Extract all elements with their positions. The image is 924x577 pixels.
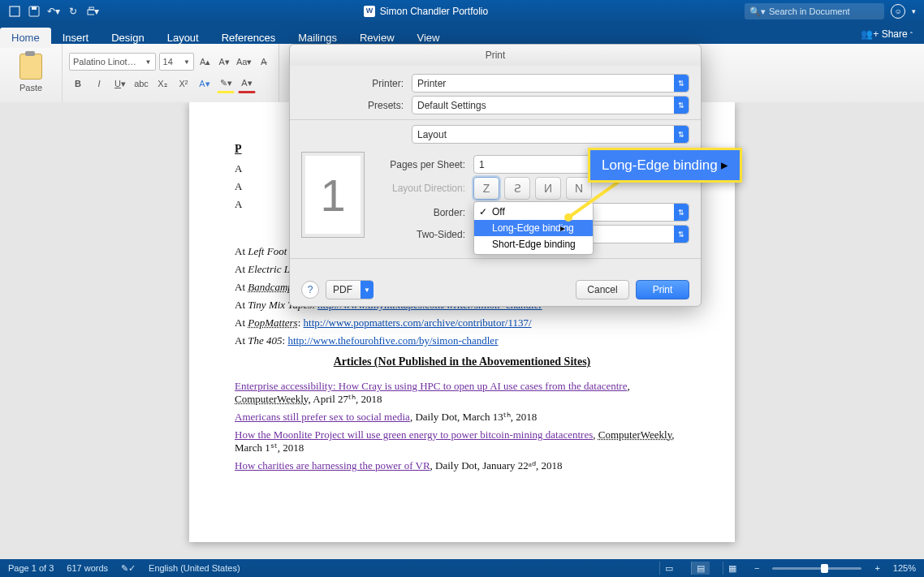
focus-view-icon[interactable]: ▭ bbox=[659, 562, 678, 575]
zoom-in-button[interactable]: + bbox=[874, 563, 879, 573]
strike-button[interactable]: abc bbox=[132, 75, 150, 93]
article-link[interactable]: How charities are harnessing the power o… bbox=[235, 459, 430, 472]
feedback-icon[interactable]: ☺ bbox=[891, 4, 905, 19]
print-layout-icon[interactable]: ▤ bbox=[691, 562, 710, 575]
highlight-icon[interactable]: ✎▾ bbox=[217, 74, 235, 93]
clipboard-group: Paste bbox=[0, 44, 63, 102]
share-button[interactable]: 👥+ Share ˆ bbox=[849, 24, 924, 44]
search-icon: 🔍▾ bbox=[749, 6, 766, 17]
chevron-updown-icon: ⇅ bbox=[674, 126, 689, 143]
clear-format-icon[interactable]: A̶ bbox=[256, 53, 272, 71]
zoom-level[interactable]: 125% bbox=[893, 563, 916, 573]
articles-heading: Articles (Not Published in the Abovement… bbox=[235, 355, 689, 368]
status-words[interactable]: 617 words bbox=[67, 563, 108, 573]
help-button[interactable]: ? bbox=[301, 281, 319, 299]
status-bar: Page 1 of 3 617 words ✎✓ English (United… bbox=[0, 559, 924, 577]
article-row: How the Moonlite Project will use green … bbox=[235, 428, 689, 454]
printer-select[interactable]: Printer⇅ bbox=[412, 74, 689, 93]
redo-icon[interactable]: ↻ bbox=[67, 5, 80, 18]
svg-rect-0 bbox=[10, 6, 19, 16]
print-button[interactable]: Print bbox=[636, 280, 689, 299]
pps-label: Pages per Sheet: bbox=[376, 159, 473, 170]
portfolio-link[interactable]: http://www.popmatters.com/archive/contri… bbox=[304, 316, 532, 329]
svg-rect-2 bbox=[32, 6, 37, 10]
change-case-icon[interactable]: Aa▾ bbox=[235, 53, 253, 71]
menu-item-long-edge-binding[interactable]: Long-Edge binding▸ bbox=[474, 220, 593, 236]
dir-z-icon[interactable]: Z bbox=[473, 177, 499, 200]
zoom-slider[interactable] bbox=[772, 567, 861, 570]
pdf-button[interactable]: PDF▼ bbox=[326, 280, 373, 299]
undo-icon[interactable]: ↶▾ bbox=[47, 5, 60, 18]
zoom-out-button[interactable]: − bbox=[754, 563, 759, 573]
spellcheck-icon[interactable]: ✎✓ bbox=[121, 563, 136, 574]
printer-label: Printer: bbox=[301, 78, 412, 89]
font-group: Palatino Linot…▼ 14▼ A▴ A▾ Aa▾ A̶ B I U▾… bbox=[63, 44, 279, 102]
doc-title: Simon Chandler Portfolio bbox=[380, 6, 488, 17]
text-effects-icon[interactable]: A▾ bbox=[196, 75, 214, 93]
shrink-font-icon[interactable]: A▾ bbox=[216, 53, 232, 71]
status-page[interactable]: Page 1 of 3 bbox=[8, 563, 54, 573]
chevron-updown-icon: ⇅ bbox=[674, 204, 689, 221]
paste-label: Paste bbox=[19, 83, 42, 93]
font-name-select[interactable]: Palatino Linot…▼ bbox=[69, 53, 156, 71]
chevron-updown-icon: ⇅ bbox=[674, 226, 689, 243]
presets-label: Presets: bbox=[301, 100, 412, 111]
portfolio-row: At PopMatters: http://www.popmatters.com… bbox=[235, 316, 689, 329]
status-lang[interactable]: English (United States) bbox=[149, 563, 240, 573]
ribbon-tabs: HomeInsertDesignLayoutReferencesMailings… bbox=[0, 23, 924, 44]
superscript-button[interactable]: X² bbox=[175, 75, 192, 93]
font-size-select[interactable]: 14▼ bbox=[159, 53, 194, 71]
article-link[interactable]: Enterprise accessibility: How Cray is us… bbox=[235, 380, 627, 392]
menu-item-short-edge-binding[interactable]: Short-Edge binding bbox=[474, 236, 593, 252]
dir-n-icon[interactable]: И bbox=[535, 177, 561, 200]
feedback-chevron-icon[interactable]: ▾ bbox=[912, 7, 916, 15]
chevron-down-icon: ▼ bbox=[361, 281, 373, 299]
print-quick-icon[interactable]: ▾ bbox=[86, 5, 99, 18]
bold-button[interactable]: B bbox=[69, 75, 87, 93]
article-row: How charities are harnessing the power o… bbox=[235, 459, 689, 472]
layout-direction-label: Layout Direction: bbox=[376, 183, 473, 194]
titlebar: ↶▾ ↻ ▾ Simon Chandler Portfolio 🔍▾Search… bbox=[0, 0, 924, 23]
autosave-icon[interactable] bbox=[8, 5, 21, 18]
section-select[interactable]: Layout⇅ bbox=[412, 125, 689, 144]
cancel-button[interactable]: Cancel bbox=[576, 280, 629, 299]
underline-button[interactable]: U▾ bbox=[111, 75, 129, 93]
svg-rect-3 bbox=[88, 10, 94, 15]
twosided-label: Two-Sided: bbox=[376, 229, 473, 240]
chevron-updown-icon: ⇅ bbox=[674, 75, 689, 92]
callout-label: Long-Edge binding▸ bbox=[588, 148, 742, 183]
portfolio-link[interactable]: http://www.thefourohfive.com/by/simon-ch… bbox=[287, 334, 498, 347]
paste-icon[interactable] bbox=[19, 54, 42, 80]
save-icon[interactable] bbox=[28, 5, 41, 18]
font-color-icon[interactable]: A▾ bbox=[238, 74, 256, 93]
svg-point-6 bbox=[564, 213, 572, 222]
chevron-updown-icon: ⇅ bbox=[674, 97, 689, 114]
border-label: Border: bbox=[376, 207, 473, 218]
grow-font-icon[interactable]: A▴ bbox=[197, 53, 214, 71]
dir-s-icon[interactable]: Ƨ bbox=[504, 177, 530, 200]
portfolio-row: At The 405: http://www.thefourohfive.com… bbox=[235, 334, 689, 347]
italic-button[interactable]: I bbox=[90, 75, 108, 93]
dialog-title: Print bbox=[290, 45, 701, 66]
search-input[interactable]: 🔍▾Search in Document bbox=[745, 3, 884, 19]
word-doc-icon bbox=[364, 6, 375, 17]
article-row: Enterprise accessibility: How Cray is us… bbox=[235, 380, 689, 406]
web-layout-icon[interactable]: ▦ bbox=[723, 562, 741, 575]
article-link[interactable]: Americans still prefer sex to social med… bbox=[235, 411, 410, 423]
page-thumbnail: 1 bbox=[301, 152, 365, 238]
presets-select[interactable]: Default Settings⇅ bbox=[412, 96, 689, 114]
article-row: Americans still prefer sex to social med… bbox=[235, 411, 689, 424]
article-link[interactable]: How the Moonlite Project will use green … bbox=[235, 428, 593, 441]
svg-rect-4 bbox=[89, 7, 94, 10]
subscript-button[interactable]: X₂ bbox=[153, 75, 171, 93]
